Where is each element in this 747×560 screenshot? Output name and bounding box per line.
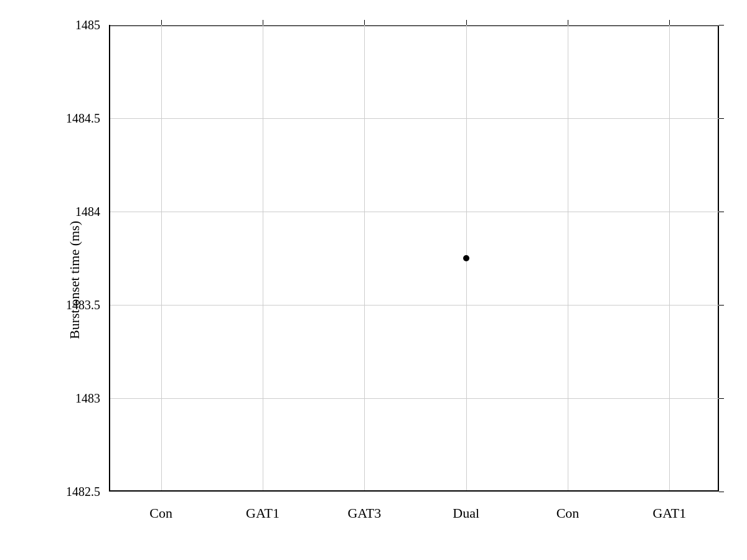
x-label-con2: Con [557, 505, 580, 521]
x-label-dual: Dual [453, 505, 479, 521]
grid-v-gat1-1 [263, 25, 263, 490]
chart-container: Burst onset time (ms) 1485 1484.5 1484 1… [0, 0, 747, 560]
tick-right-14825 [719, 492, 724, 492]
grid-h-1485 [110, 25, 719, 26]
tick-top-gat1-2 [669, 20, 670, 25]
tick-right-1484 [719, 212, 724, 212]
data-point-dual [463, 255, 469, 261]
y-label-14835: 1483.5 [66, 298, 100, 312]
y-label-1483: 1483 [75, 391, 100, 406]
grid-h-1484 [110, 212, 719, 212]
x-label-con1: Con [149, 505, 172, 521]
tick-top-gat3 [364, 20, 365, 25]
x-label-gat1-2: GAT1 [652, 505, 686, 521]
tick-right-14835 [719, 305, 724, 306]
grid-h-14835 [110, 305, 719, 306]
y-label-14845: 1484.5 [66, 111, 100, 126]
tick-right-14845 [719, 118, 724, 119]
x-label-gat3: GAT3 [347, 505, 381, 521]
grid-v-con1 [161, 25, 162, 490]
tick-top-con2 [568, 20, 568, 25]
y-label-1485: 1485 [75, 18, 100, 32]
grid-h-14845 [110, 118, 719, 119]
tick-top-con1 [161, 20, 162, 25]
plot-area: 1485 1484.5 1484 1483.5 1483 1482.5 Con … [109, 25, 719, 492]
tick-right-1483 [719, 398, 724, 399]
y-axis-label: Burst onset time (ms) [67, 212, 83, 348]
y-label-1484: 1484 [75, 205, 100, 219]
tick-top-dual [466, 20, 467, 25]
y-label-14825: 1482.5 [66, 485, 100, 499]
right-border [718, 25, 719, 490]
tick-right-1485 [719, 25, 724, 26]
grid-h-1483 [110, 398, 719, 399]
grid-v-con2 [568, 25, 568, 490]
tick-top-gat1-1 [263, 20, 263, 25]
grid-v-gat3 [364, 25, 365, 490]
x-label-gat1-1: GAT1 [246, 505, 280, 521]
grid-v-gat1-2 [669, 25, 670, 490]
